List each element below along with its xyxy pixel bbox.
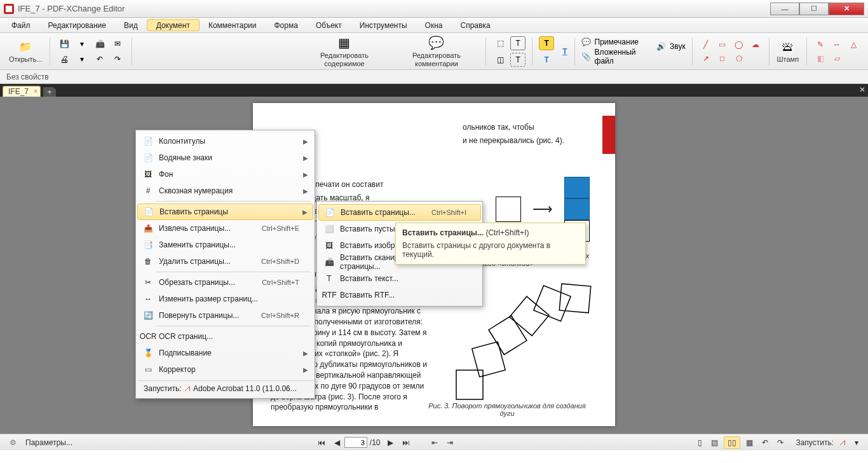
menu-item-label: Заменить страницы...	[159, 240, 236, 249]
menu-item[interactable]: ▭Корректор▶	[137, 361, 313, 378]
line-tool[interactable]: ╱	[699, 38, 713, 51]
launch-acrobat-icon[interactable]: ⩘	[835, 437, 849, 448]
square-tool[interactable]: □	[715, 52, 729, 65]
menu-item-label: Корректор	[159, 365, 196, 374]
scanner-button[interactable]: 📠	[92, 37, 107, 51]
new-tab-button[interactable]: +	[43, 87, 56, 97]
layout-continuous[interactable]: ▤	[708, 437, 721, 448]
measure-tool[interactable]: ↔	[830, 38, 844, 51]
menu-справка[interactable]: Справка	[451, 18, 499, 32]
page-number-input[interactable]	[344, 437, 367, 448]
layout-facing[interactable]: ▯▯	[724, 436, 740, 449]
menu-item[interactable]: 📄Вставить страницы▶	[137, 204, 313, 220]
menu-item-label: Водяные знаки	[159, 153, 212, 162]
menu-окна[interactable]: Окна	[416, 18, 452, 32]
print-button[interactable]	[57, 52, 72, 66]
oval-tool[interactable]: ◯	[732, 38, 746, 51]
first-page-button[interactable]: ⏮	[315, 437, 329, 448]
submenu-arrow-icon: ▶	[303, 155, 308, 162]
prev-page-button[interactable]: ◀	[331, 437, 343, 448]
document-tabstrip: IFE_7 × + ✕	[0, 84, 868, 97]
save-button[interactable]: 💾	[57, 37, 72, 51]
crop-tool[interactable]: ◫	[492, 53, 508, 67]
email-button[interactable]: ✉	[110, 37, 125, 51]
save-dropdown[interactable]: ▾	[74, 37, 90, 51]
menu-вид[interactable]: Вид	[115, 18, 147, 32]
menu-item[interactable]: RTFВставить RTF...	[318, 287, 481, 303]
menu-item[interactable]: TВставить текст...	[318, 270, 481, 287]
attachment-button[interactable]: Вложенный файл	[595, 48, 649, 66]
submenu-arrow-icon: ▶	[303, 366, 308, 373]
menu-item[interactable]: ↔Изменить размер страниц...	[137, 291, 313, 307]
menu-редактирование[interactable]: Редактирование	[39, 18, 115, 32]
nav-back-button[interactable]: ⇤	[428, 437, 441, 448]
next-page-button[interactable]: ▶	[384, 437, 397, 448]
rotate-ccw-button[interactable]: ↶	[759, 437, 771, 448]
stamp-button[interactable]: 🛎 Штамп	[771, 39, 804, 63]
close-button[interactable]: ✕	[829, 3, 864, 15]
perimeter-tool[interactable]: △	[846, 38, 860, 51]
menu-инструменты[interactable]: Инструменты	[351, 18, 416, 32]
menu-item[interactable]: 🖼Фон▶	[137, 166, 313, 183]
menu-item[interactable]: 🏅Подписывание▶	[137, 345, 313, 361]
eraser-tool[interactable]: ◧	[813, 52, 827, 65]
layout-facing-cont[interactable]: ▦	[743, 437, 756, 448]
print-dropdown[interactable]: ▾	[74, 52, 90, 66]
submenu-arrow-icon: ▶	[303, 138, 308, 145]
menu-item[interactable]: 📄Вставить страницы...Ctrl+Shift+I	[318, 204, 481, 221]
polygon-tool[interactable]: ⬠	[732, 52, 746, 65]
text-formfield[interactable]: T	[510, 36, 526, 50]
options-icon[interactable]	[6, 437, 20, 448]
document-tab[interactable]: IFE_7 ×	[3, 86, 41, 97]
highlight-tool[interactable]: T	[539, 36, 554, 50]
maximize-button[interactable]: ☐	[799, 3, 829, 15]
edit-comments-button[interactable]: 💬 Редактировать комментарии	[390, 35, 483, 67]
pencil-tool[interactable]: ✎	[813, 38, 827, 51]
document-viewport[interactable]: ольников так, чтобы и не перекрывались (…	[0, 97, 868, 434]
stamp-icon: 🛎	[782, 39, 794, 54]
menu-объект[interactable]: Объект	[307, 18, 351, 32]
area-tool[interactable]: ▱	[830, 52, 844, 65]
minimize-button[interactable]: —	[770, 3, 799, 15]
menu-комментарии[interactable]: Комментарии	[200, 18, 266, 32]
menu-item[interactable]: 📑Заменить страницы...	[137, 237, 313, 253]
launch-dropdown[interactable]: ▾	[851, 437, 862, 448]
rotate-cw-button[interactable]: ↷	[774, 437, 787, 448]
menu-форма[interactable]: Форма	[265, 18, 306, 32]
menu-item[interactable]: 🗑Удалить страницы...Ctrl+Shift+D	[137, 253, 313, 270]
strikeout-tool[interactable]: T	[539, 53, 554, 67]
tab-close-icon[interactable]: ×	[34, 88, 37, 95]
menu-файл[interactable]: Файл	[3, 18, 39, 32]
text-field-alt[interactable]: T	[510, 53, 526, 67]
last-page-button[interactable]: ⏭	[399, 437, 413, 448]
menu-item[interactable]: 📄Водяные знаки▶	[137, 149, 313, 166]
tabstrip-close-button[interactable]: ✕	[859, 85, 865, 94]
edit-content-button[interactable]: ▦ Редактировать содержимое	[299, 35, 390, 67]
menu-item-icon: 🖼	[142, 169, 154, 180]
menu-item[interactable]: #Сквозная нумерация▶	[137, 183, 313, 199]
svg-rect-4	[534, 286, 571, 321]
select-tool[interactable]: ⬚	[492, 36, 508, 50]
rect-tool[interactable]: ▭	[715, 38, 729, 51]
menu-item[interactable]: 📤Извлечь страницы...Ctrl+Shift+E	[137, 220, 313, 237]
arrow-tool[interactable]: ↗	[699, 52, 713, 65]
menu-item[interactable]: 📄Колонтитулы▶	[137, 133, 313, 149]
menu-item[interactable]: 🔄Повернуть страницы...Ctrl+Shift+R	[137, 307, 313, 324]
options-button[interactable]: Параметры...	[22, 437, 76, 448]
redo-button[interactable]: ↷	[110, 52, 125, 66]
menu-item[interactable]: ✂Обрезать страницы...Ctrl+Shift+T	[137, 274, 313, 291]
nav-fwd-button[interactable]: ⇥	[444, 437, 456, 448]
launch-row[interactable]: Запустить: ⩘ Adobe Acrobat 11.0 (11.0.06…	[137, 380, 313, 396]
menu-item[interactable]: OCROCR страниц...	[137, 328, 313, 345]
sound-button[interactable]: Звук	[670, 42, 686, 51]
open-button[interactable]: Открыть...	[4, 40, 47, 63]
note-button[interactable]: Примечание	[595, 38, 639, 46]
underline-tool[interactable]: T	[558, 45, 572, 59]
launch-label: Запустить:	[796, 438, 834, 447]
arrow-icon: ⟶	[532, 201, 553, 218]
layout-single[interactable]: ▯	[695, 437, 705, 448]
cloud-tool[interactable]: ☁	[749, 38, 763, 51]
menu-документ[interactable]: Документ	[147, 19, 200, 31]
undo-button[interactable]: ↶	[92, 52, 107, 66]
menu-item-icon: ▭	[142, 364, 154, 375]
